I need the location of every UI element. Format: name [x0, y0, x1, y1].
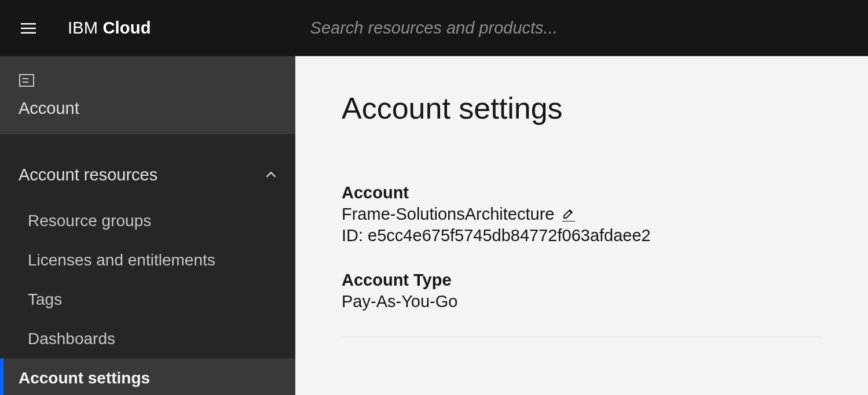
nav-list: Resource groups Licenses and entitlement… [0, 190, 295, 395]
account-field-block: Account Frame-SolutionsArchitecture ID: … [342, 183, 822, 245]
nav-item-label: Tags [28, 290, 62, 309]
page-title: Account settings [342, 91, 822, 125]
section-toggle-account-resources[interactable]: Account resources [0, 160, 295, 190]
account-type-label: Account Type [342, 271, 822, 290]
sidebar-context-header[interactable]: Account [0, 56, 295, 134]
nav-item-label: Account settings [19, 369, 150, 387]
nav-item-label: Dashboards [28, 330, 115, 348]
chevron-up-icon [265, 169, 277, 180]
hamburger-menu-button[interactable] [0, 0, 56, 56]
section-header-label: Account resources [19, 165, 158, 184]
account-name-row: Frame-SolutionsArchitecture [342, 205, 822, 224]
edit-account-name-button[interactable] [562, 207, 575, 222]
svg-rect-3 [20, 75, 34, 86]
brand-logo[interactable]: IBM Cloud [68, 19, 151, 38]
brand-prefix: IBM [68, 19, 102, 37]
account-label: Account [342, 183, 822, 202]
top-bar: IBM Cloud [0, 0, 868, 56]
nav-item-account-settings[interactable]: Account settings [0, 359, 295, 395]
nav-item-label: Licenses and entitlements [28, 251, 215, 270]
svg-rect-1 [21, 27, 36, 29]
account-type-field-block: Account Type Pay-As-You-Go [342, 271, 822, 311]
account-name-value: Frame-SolutionsArchitecture [342, 205, 554, 224]
sidebar-context-label: Account [19, 99, 277, 118]
brand-name: Cloud [102, 19, 151, 37]
main-content: Account settings Account Frame-Solutions… [295, 56, 868, 395]
nav-item-dashboards[interactable]: Dashboards [0, 319, 295, 359]
sidebar-section-account-resources: Account resources Resource groups Licens… [0, 134, 295, 395]
nav-item-label: Resource groups [28, 212, 151, 230]
section-divider [342, 337, 822, 337]
nav-item-tags[interactable]: Tags [0, 280, 295, 319]
pencil-icon [562, 207, 575, 220]
account-type-value: Pay-As-You-Go [342, 292, 822, 311]
svg-rect-0 [21, 23, 36, 25]
hamburger-icon [19, 19, 38, 38]
nav-item-licenses-entitlements[interactable]: Licenses and entitlements [0, 241, 295, 280]
account-context-icon [19, 72, 277, 91]
svg-rect-2 [21, 32, 36, 34]
account-id-value: ID: e5cc4e675f5745db84772f063afdaee2 [342, 226, 822, 245]
search-area [310, 0, 868, 56]
sidebar: Account Account resources Resource group… [0, 56, 295, 395]
search-input[interactable] [310, 0, 868, 56]
nav-item-resource-groups[interactable]: Resource groups [0, 201, 295, 241]
